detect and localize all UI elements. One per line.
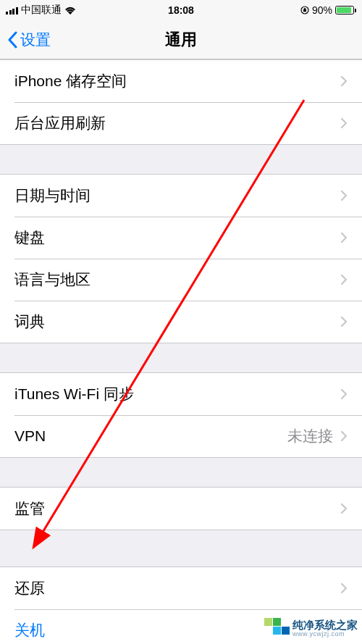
- content[interactable]: iPhone 储存空间后台应用刷新日期与时间键盘语言与地区词典iTunes Wi…: [0, 59, 362, 644]
- row-label: VPN: [14, 427, 46, 445]
- settings-row[interactable]: 语言与地区: [0, 259, 362, 301]
- chevron-right-icon: [340, 388, 348, 400]
- row-label: 日期与时间: [14, 185, 90, 206]
- settings-row[interactable]: iTunes Wi-Fi 同步: [0, 373, 362, 415]
- carrier-label: 中国联通: [21, 4, 62, 17]
- watermark: 纯净系统之家 www.ycwjzj.com: [264, 618, 358, 640]
- row-right: 未连接: [287, 426, 348, 446]
- settings-group: iPhone 储存空间后台应用刷新: [0, 59, 362, 145]
- row-right: [340, 75, 348, 87]
- chevron-left-icon: [7, 31, 17, 49]
- back-button[interactable]: 设置: [7, 30, 51, 50]
- row-label: 监管: [14, 498, 45, 519]
- row-right: [340, 316, 348, 327]
- row-label: iPhone 储存空间: [14, 71, 127, 91]
- settings-row[interactable]: iPhone 储存空间: [0, 60, 362, 102]
- settings-group: 监管: [0, 487, 362, 530]
- row-label: 键盘: [14, 227, 45, 248]
- status-right: 90%: [300, 4, 356, 16]
- chevron-right-icon: [340, 316, 348, 327]
- row-label: 关机: [14, 620, 45, 640]
- settings-row[interactable]: 监管: [0, 488, 362, 530]
- row-right: [340, 190, 348, 201]
- page-title: 通用: [165, 29, 197, 51]
- row-label: iTunes Wi-Fi 同步: [14, 384, 134, 404]
- group-spacer: [0, 343, 362, 372]
- group-spacer: [0, 145, 362, 174]
- row-right: [340, 503, 348, 514]
- chevron-right-icon: [340, 75, 348, 87]
- nav-bar: 设置 通用: [0, 20, 362, 59]
- settings-group: iTunes Wi-Fi 同步VPN未连接: [0, 372, 362, 458]
- back-label: 设置: [20, 30, 51, 50]
- status-left: 中国联通: [6, 4, 76, 17]
- chevron-right-icon: [340, 274, 348, 285]
- row-right: [340, 582, 348, 594]
- chevron-right-icon: [340, 430, 348, 442]
- watermark-logo-icon: [264, 618, 289, 640]
- row-label: 后台应用刷新: [14, 113, 106, 133]
- group-spacer: [0, 530, 362, 566]
- wifi-icon: [64, 6, 76, 14]
- row-right: [340, 388, 348, 400]
- chevron-right-icon: [340, 582, 348, 594]
- battery-icon: [335, 6, 356, 14]
- chevron-right-icon: [340, 232, 348, 243]
- group-spacer: [0, 458, 362, 487]
- settings-group: 日期与时间键盘语言与地区词典: [0, 174, 362, 343]
- row-label: 语言与地区: [14, 269, 90, 290]
- row-right: [340, 274, 348, 285]
- clock: 18:08: [168, 4, 194, 16]
- chevron-right-icon: [340, 503, 348, 514]
- settings-row[interactable]: 键盘: [0, 217, 362, 259]
- watermark-en: www.ycwjzj.com: [292, 631, 358, 638]
- chevron-right-icon: [340, 190, 348, 201]
- settings-row[interactable]: VPN未连接: [0, 415, 362, 457]
- row-label: 词典: [14, 311, 45, 332]
- watermark-cn: 纯净系统之家: [292, 619, 358, 632]
- row-value: 未连接: [287, 426, 333, 446]
- chevron-right-icon: [340, 117, 348, 129]
- row-right: [340, 117, 348, 129]
- settings-row[interactable]: 后台应用刷新: [0, 102, 362, 144]
- settings-row[interactable]: 日期与时间: [0, 175, 362, 217]
- battery-percent: 90%: [312, 4, 332, 16]
- settings-row[interactable]: 词典: [0, 301, 362, 343]
- row-right: [340, 232, 348, 243]
- row-label: 还原: [14, 578, 45, 598]
- settings-row[interactable]: 还原: [0, 567, 362, 609]
- orientation-lock-icon: [300, 6, 309, 14]
- signal-bars-icon: [6, 6, 18, 14]
- status-bar: 中国联通 18:08 90%: [0, 0, 362, 20]
